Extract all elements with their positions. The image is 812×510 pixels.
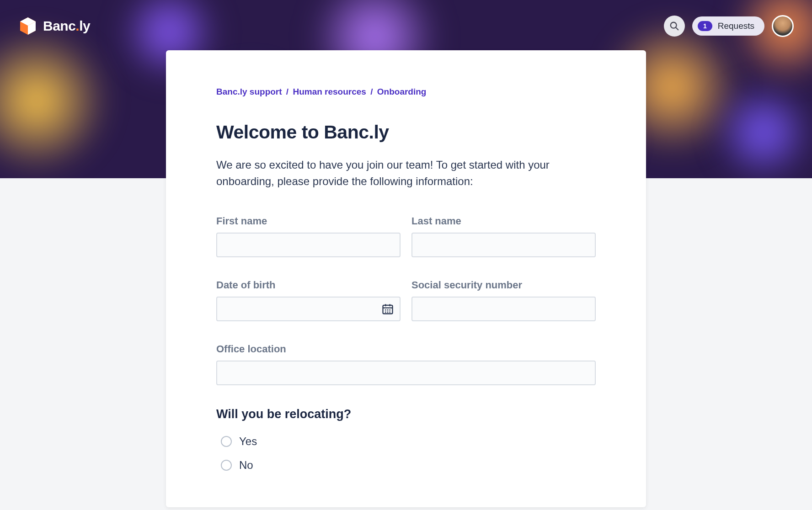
header-actions: 1 Requests	[664, 15, 794, 37]
breadcrumb: Banc.ly support / Human resources / Onbo…	[216, 87, 596, 97]
relocating-option-no[interactable]: No	[216, 459, 596, 472]
last-name-input[interactable]	[411, 233, 596, 257]
dob-input[interactable]	[216, 297, 401, 321]
form-card: Banc.ly support / Human resources / Onbo…	[166, 50, 646, 507]
radio-icon	[221, 460, 232, 471]
logo[interactable]: Banc.ly	[18, 16, 90, 36]
first-name-label: First name	[216, 215, 401, 227]
search-icon	[669, 21, 679, 31]
requests-label: Requests	[718, 21, 754, 31]
breadcrumb-separator: /	[370, 87, 373, 96]
relocating-radio-group: Yes No	[216, 435, 596, 472]
svg-line-4	[676, 27, 678, 30]
relocating-question: Will you be relocating?	[216, 407, 596, 421]
last-name-label: Last name	[411, 215, 596, 227]
radio-label-yes: Yes	[239, 435, 257, 448]
requests-count-badge: 1	[698, 21, 712, 31]
search-button[interactable]	[664, 16, 685, 37]
ssn-label: Social security number	[411, 279, 596, 291]
radio-icon	[221, 436, 232, 447]
breadcrumb-separator: /	[286, 87, 288, 96]
avatar[interactable]	[772, 15, 794, 37]
relocating-option-yes[interactable]: Yes	[216, 435, 596, 448]
header: Banc.ly 1 Requests	[0, 0, 812, 41]
requests-button[interactable]: 1 Requests	[692, 16, 764, 36]
dob-label: Date of birth	[216, 279, 401, 291]
breadcrumb-item-support[interactable]: Banc.ly support	[216, 87, 282, 96]
intro-text: We are so excited to have you join our t…	[216, 157, 596, 190]
breadcrumb-item-onboarding[interactable]: Onboarding	[377, 87, 427, 96]
page-title: Welcome to Banc.ly	[216, 122, 596, 143]
logo-icon	[18, 16, 37, 36]
first-name-input[interactable]	[216, 233, 401, 257]
office-location-input[interactable]	[216, 361, 596, 385]
radio-label-no: No	[239, 459, 253, 472]
ssn-input[interactable]	[411, 297, 596, 321]
breadcrumb-item-hr[interactable]: Human resources	[293, 87, 366, 96]
logo-text: Banc.ly	[43, 18, 90, 34]
office-location-label: Office location	[216, 343, 596, 355]
